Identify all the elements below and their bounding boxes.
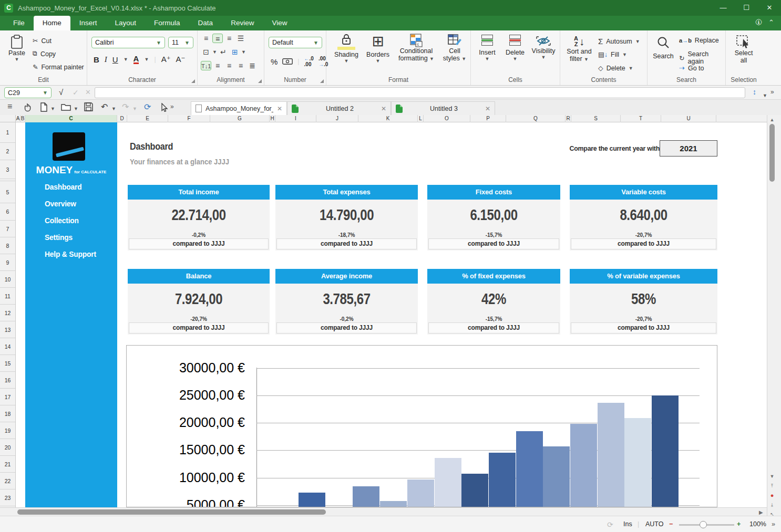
expand-formula-bar-icon[interactable]: ↕ [753,88,756,96]
row-header-12[interactable]: 12 [0,305,15,321]
menu-insert[interactable]: Insert [70,16,106,30]
undo-options-icon[interactable]: ▼ [111,106,116,111]
row-header-15[interactable]: 15 [0,355,15,372]
currency-format-icon[interactable] [282,58,293,65]
font-color-button[interactable]: A [133,55,139,64]
cut-button[interactable]: ✂Cut [33,37,52,45]
close-tab-icon[interactable]: ✕ [485,105,490,112]
column-header-I[interactable]: I [275,115,316,122]
column-header-U[interactable]: U [661,115,716,122]
jump-bottom-icon[interactable]: ⤓ [767,500,777,509]
formula-input[interactable] [95,87,745,98]
distribute-vertical-icon[interactable]: ☰ [235,34,246,43]
menu-formula[interactable]: Formula [145,16,189,30]
align-middle-icon[interactable]: ≡ [212,34,223,43]
column-header-K[interactable]: K [358,115,418,122]
column-header-P[interactable]: P [470,115,506,122]
row-header-19[interactable]: 19 [0,422,15,439]
row-header-11[interactable]: 11 [0,288,15,305]
font-name-select[interactable]: Calibri▼ [91,37,165,48]
row-header-17[interactable]: 17 [0,389,15,405]
row-header-10[interactable]: 10 [0,271,15,288]
status-refresh-icon[interactable]: ⟳ [607,520,613,529]
column-header-F[interactable]: F [168,115,210,122]
open-file-icon[interactable] [61,103,71,111]
sidebar-item-dashboard[interactable]: Dashboard [45,182,96,199]
character-dialog-launcher[interactable] [191,79,195,83]
underline-options-icon[interactable]: ▼ [124,57,128,62]
font-size-select[interactable]: 11▼ [168,37,193,48]
column-header-G[interactable]: G [210,115,270,122]
column-header-T[interactable]: T [621,115,661,122]
sheet-tab-2[interactable]: Untitled 2✕ [287,101,391,115]
insert-cells-button[interactable]: Insert▼ [475,35,499,61]
visibility-button[interactable]: Visibility▼ [530,35,557,60]
redo-icon[interactable]: ↷ [122,102,129,112]
row-header-14[interactable]: 14 [0,338,15,355]
close-tab-icon[interactable]: ✕ [381,105,386,112]
add-decimal-icon[interactable]: ←.0.00 [304,56,314,67]
menu-file[interactable]: File [4,16,34,30]
percent-format-icon[interactable]: % [271,57,278,66]
align-right-icon[interactable]: ≡ [235,61,246,70]
horizontal-scrollbar[interactable]: ▶ [0,507,767,516]
increase-font-button[interactable]: A⁺ [161,55,171,64]
goto-button[interactable]: ⇢ Go to [679,64,704,72]
row-header-7[interactable]: 7 [0,221,15,237]
row-header-5[interactable]: 5 [0,181,15,203]
sheet-tab-1[interactable]: Ashampoo_Money_for_E...✕ [191,101,287,115]
align-center-icon[interactable]: ≡ [224,61,234,70]
column-header-R[interactable]: R [566,115,571,122]
close-icon[interactable]: ✕ [758,0,781,16]
sidebar-item-overview[interactable]: Overview [45,199,96,216]
sidebar-item-settings[interactable]: Settings [45,233,96,249]
status-overflow-icon[interactable]: » [772,520,775,528]
sort-filter-button[interactable]: AZ ↓ Sort and filter ▼ [564,35,594,62]
justify-icon[interactable]: ≣ [247,61,258,70]
conditional-formatting-button[interactable]: ≤ Conditional formatting ▼ [394,34,439,62]
format-painter-button[interactable]: ✎Format painter [33,63,84,71]
calc-mode-indicator[interactable]: AUTO [645,520,664,528]
column-header-C[interactable]: C [25,115,117,122]
column-header-O[interactable]: O [424,115,470,122]
save-icon[interactable] [84,102,93,111]
row-header-6[interactable]: 6 [0,203,15,221]
formula-overflow-icon[interactable]: » [770,88,774,96]
font-color-options-icon[interactable]: ▼ [144,57,149,62]
insert-mode-indicator[interactable]: Ins [623,520,632,528]
row-header-9[interactable]: 9 [0,254,15,271]
merge-options-icon[interactable]: ▼ [241,49,246,55]
row-header-23[interactable]: 23 [0,489,15,506]
row-header-21[interactable]: 21 [0,456,15,473]
replace-button[interactable]: a→b Replace [679,37,719,44]
row-header-13[interactable]: 13 [0,321,15,338]
column-header-D[interactable]: D [117,115,127,122]
row-header-20[interactable]: 20 [0,439,15,456]
row-header-16[interactable]: 16 [0,372,15,389]
number-dialog-launcher[interactable] [320,79,324,83]
jump-top-icon[interactable]: ⤒ [767,482,777,490]
menu-data[interactable]: Data [189,16,222,30]
toolbar-overflow-icon[interactable]: » [170,103,174,110]
row-header-8[interactable]: 8 [0,237,15,254]
open-file-options-icon[interactable]: ▼ [74,106,78,111]
menu-view[interactable]: View [263,16,296,30]
row-header-22[interactable]: 22 [0,473,15,489]
scroll-up-icon[interactable]: ▲ [767,116,777,124]
menu-review[interactable]: Review [222,16,263,30]
refresh-icon[interactable]: ⟳ [144,102,151,112]
row-header-3[interactable]: 3 [0,160,15,179]
new-document-icon[interactable] [40,102,48,112]
menu-layout[interactable]: Layout [106,16,146,30]
align-top-icon[interactable]: ≡ [201,34,211,43]
close-tab-icon[interactable]: ✕ [277,105,282,112]
sheet-tab-3[interactable]: Untitled 3✕ [391,101,495,115]
align-bottom-icon[interactable]: ≡ [224,34,234,43]
cell-styles-button[interactable]: Cell styles ▼ [441,34,468,62]
shading-button[interactable]: Shading▼ [333,34,360,64]
merge-cells-icon[interactable]: ⊞ [230,47,240,57]
copy-button[interactable]: ⧉Copy [33,50,56,58]
vertical-scrollbar[interactable]: ▲ ▼ ⤒ ● ⤓ ↖ [767,115,776,516]
collapse-ribbon-icon[interactable]: ⌃ [768,18,774,26]
horizontal-scroll-thumb[interactable] [17,509,326,515]
